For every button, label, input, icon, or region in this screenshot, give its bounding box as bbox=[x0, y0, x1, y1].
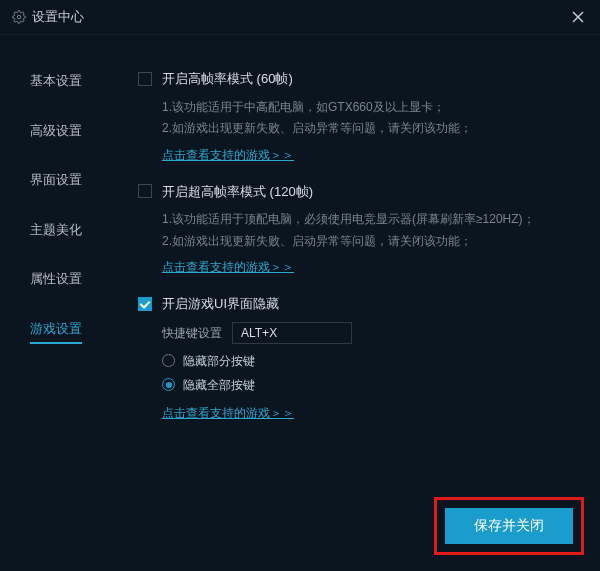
uihide-checkbox[interactable] bbox=[138, 297, 152, 311]
close-button[interactable] bbox=[566, 5, 590, 29]
svg-point-0 bbox=[17, 15, 21, 19]
uhfr-desc2: 2.如游戏出现更新失败、启动异常等问题，请关闭该功能； bbox=[162, 231, 572, 253]
hotkey-row: 快捷键设置 bbox=[162, 322, 572, 344]
uhfr-desc1: 1.该功能适用于顶配电脑，必须使用电竞显示器(屏幕刷新率≥120HZ)； bbox=[162, 209, 572, 231]
sidebar-item-advanced[interactable]: 高级设置 bbox=[30, 121, 82, 145]
radio-all-row[interactable]: 隐藏全部按键 bbox=[162, 376, 572, 394]
uhfr-row: 开启超高帧率模式 (120帧) bbox=[138, 182, 572, 202]
hfr-supported-link[interactable]: 点击查看支持的游戏＞＞ bbox=[162, 146, 294, 164]
content-panel: 开启高帧率模式 (60帧) 1.该功能适用于中高配电脑，如GTX660及以上显卡… bbox=[120, 35, 600, 571]
uhfr-block: 开启超高帧率模式 (120帧) 1.该功能适用于顶配电脑，必须使用电竞显示器(屏… bbox=[138, 182, 572, 277]
radio-partial-label: 隐藏部分按键 bbox=[183, 352, 255, 370]
radio-partial[interactable] bbox=[162, 354, 175, 367]
uhfr-supported-link[interactable]: 点击查看支持的游戏＞＞ bbox=[162, 258, 294, 276]
hfr-label: 开启高帧率模式 (60帧) bbox=[162, 69, 293, 89]
hotkey-label: 快捷键设置 bbox=[162, 324, 222, 342]
sidebar-item-theme[interactable]: 主题美化 bbox=[30, 220, 82, 244]
save-close-button[interactable]: 保存并关闭 bbox=[445, 508, 573, 544]
sidebar-item-basic[interactable]: 基本设置 bbox=[30, 71, 82, 95]
uihide-supported-link[interactable]: 点击查看支持的游戏＞＞ bbox=[162, 404, 294, 422]
body: 基本设置 高级设置 界面设置 主题美化 属性设置 游戏设置 开启高帧率模式 (6… bbox=[0, 35, 600, 571]
uihide-row: 开启游戏UI界面隐藏 bbox=[138, 294, 572, 314]
radio-all-label: 隐藏全部按键 bbox=[183, 376, 255, 394]
settings-window: 设置中心 基本设置 高级设置 界面设置 主题美化 属性设置 游戏设置 开启高帧率… bbox=[0, 0, 600, 571]
sidebar-item-property[interactable]: 属性设置 bbox=[30, 269, 82, 293]
sidebar: 基本设置 高级设置 界面设置 主题美化 属性设置 游戏设置 bbox=[0, 35, 120, 571]
hotkey-input[interactable] bbox=[232, 322, 352, 344]
titlebar: 设置中心 bbox=[0, 0, 600, 34]
gear-icon bbox=[12, 10, 26, 24]
sidebar-item-ui[interactable]: 界面设置 bbox=[30, 170, 82, 194]
window-title: 设置中心 bbox=[32, 7, 84, 27]
uhfr-checkbox[interactable] bbox=[138, 184, 152, 198]
radio-all[interactable] bbox=[162, 378, 175, 391]
close-icon bbox=[572, 11, 584, 23]
highlight-box: 保存并关闭 bbox=[434, 497, 584, 555]
hfr-row: 开启高帧率模式 (60帧) bbox=[138, 69, 572, 89]
uihide-label: 开启游戏UI界面隐藏 bbox=[162, 294, 279, 314]
hfr-block: 开启高帧率模式 (60帧) 1.该功能适用于中高配电脑，如GTX660及以上显卡… bbox=[138, 69, 572, 164]
hfr-desc1: 1.该功能适用于中高配电脑，如GTX660及以上显卡； bbox=[162, 97, 572, 119]
hfr-checkbox[interactable] bbox=[138, 72, 152, 86]
sidebar-item-game[interactable]: 游戏设置 bbox=[30, 319, 82, 345]
hfr-desc2: 2.如游戏出现更新失败、启动异常等问题，请关闭该功能； bbox=[162, 118, 572, 140]
uhfr-label: 开启超高帧率模式 (120帧) bbox=[162, 182, 313, 202]
uihide-block: 开启游戏UI界面隐藏 快捷键设置 隐藏部分按键 隐藏全部按键 点击查看支持的游戏… bbox=[138, 294, 572, 422]
radio-partial-row[interactable]: 隐藏部分按键 bbox=[162, 352, 572, 370]
footer: 保存并关闭 bbox=[434, 497, 584, 555]
